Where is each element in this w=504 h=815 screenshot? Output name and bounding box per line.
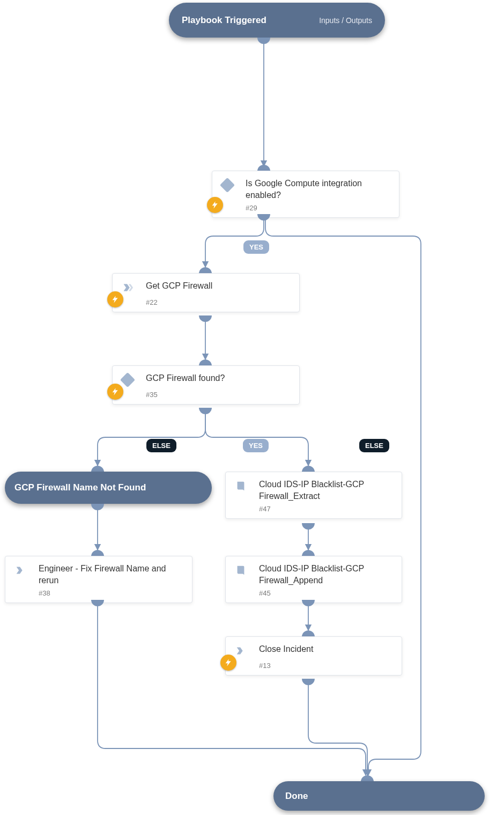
node-label: Is Google Compute integration enabled?: [246, 178, 391, 201]
condition-node-35[interactable]: GCP Firewall found? #35: [112, 365, 300, 405]
start-node[interactable]: Playbook Triggered Inputs / Outputs: [169, 3, 385, 38]
node-label: Cloud IDS-IP Blacklist-GCP Firewall_Appe…: [259, 563, 394, 586]
playbook-icon: [233, 563, 248, 578]
chevron-icon: [233, 643, 248, 658]
bolt-icon: [107, 384, 123, 400]
chevron-icon: [13, 563, 28, 578]
node-label: Get GCP Firewall: [146, 280, 212, 292]
playbook-diagram: Playbook Triggered Inputs / Outputs Is G…: [0, 0, 504, 815]
task-node-47[interactable]: Cloud IDS-IP Blacklist-GCP Firewall_Extr…: [225, 472, 402, 519]
flow-edges: [0, 0, 504, 815]
node-label: Close Incident: [259, 643, 313, 655]
node-id: #13: [259, 662, 394, 670]
condition-icon: [220, 178, 235, 193]
section-header-notfound[interactable]: GCP Firewall Name Not Found: [5, 472, 212, 504]
node-label: GCP Firewall found?: [146, 372, 225, 384]
condition-node-29[interactable]: Is Google Compute integration enabled? #…: [212, 171, 399, 218]
section-title: GCP Firewall Name Not Found: [14, 482, 146, 493]
task-node-38[interactable]: Engineer - Fix Firewall Name and rerun #…: [5, 556, 192, 603]
node-label: Cloud IDS-IP Blacklist-GCP Firewall_Extr…: [259, 479, 394, 502]
node-id: #47: [259, 505, 394, 513]
node-id: #29: [246, 204, 391, 212]
end-node[interactable]: Done: [273, 781, 485, 811]
task-node-13[interactable]: Close Incident #13: [225, 636, 402, 676]
task-node-22[interactable]: Get GCP Firewall #22: [112, 273, 300, 312]
node-id: #22: [146, 298, 292, 306]
edge-label-else: ELSE: [359, 439, 389, 452]
node-id: #35: [146, 391, 292, 399]
playbook-icon: [233, 479, 248, 494]
start-title: Playbook Triggered: [182, 15, 266, 26]
condition-icon: [120, 372, 135, 387]
end-title: Done: [285, 791, 308, 802]
chevron-icon: [120, 280, 135, 295]
task-node-45[interactable]: Cloud IDS-IP Blacklist-GCP Firewall_Appe…: [225, 556, 402, 603]
bolt-icon: [207, 197, 223, 213]
node-label: Engineer - Fix Firewall Name and rerun: [39, 563, 184, 586]
edge-label-else: ELSE: [146, 439, 176, 452]
edge-label-yes: YES: [243, 240, 269, 254]
node-id: #38: [39, 589, 184, 597]
bolt-icon: [220, 655, 236, 671]
edge-label-yes: YES: [243, 439, 269, 452]
node-id: #45: [259, 589, 394, 597]
io-link[interactable]: Inputs / Outputs: [319, 16, 372, 25]
bolt-icon: [107, 291, 123, 307]
